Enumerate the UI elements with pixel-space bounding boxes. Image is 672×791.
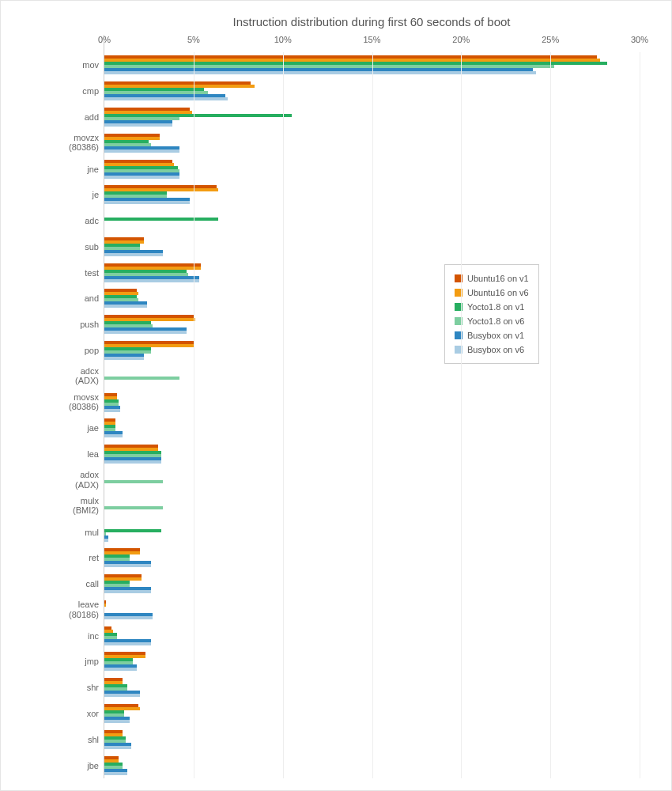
y-tick-label: mul [85,527,99,537]
legend-item: Ubuntu16 on v1 [455,271,529,286]
y-tick-label: movzx(80386) [69,133,99,153]
x-tick-label: 30% [631,35,648,44]
bar [104,616,153,619]
y-tick-label: push [80,320,99,330]
bar [104,746,131,749]
legend-item: Ubuntu16 on v6 [455,286,529,300]
y-tick-label: mov [82,60,99,70]
bar [104,331,187,334]
bar [104,720,130,723]
y-tick-label: shr [87,683,99,693]
y-tick-label: adc [85,216,99,226]
y-tick-label: pop [85,346,99,356]
y-tick-label: ret [89,553,99,563]
bar [104,460,161,464]
y-tick-label: adox(ADX) [75,470,99,490]
legend-item: Yocto1.8 on v1 [455,300,529,314]
legend-item: Busybox on v1 [455,328,529,343]
legend-label: Yocto1.8 on v1 [467,302,524,312]
bar [104,305,147,308]
bar [104,123,172,127]
x-tick-label: 10% [274,35,292,44]
gridline [372,52,373,778]
bar [104,71,536,74]
y-tick-label: lea [87,449,99,460]
y-tick-label: jmp [85,657,99,667]
y-tick-label: test [85,267,99,278]
x-tick-label: 25% [542,35,559,44]
bars-area: 0%5%10%15%20%25%30% Ubuntu16 on v1Ubuntu… [104,35,640,778]
y-tick-label: inc [88,630,99,641]
legend: Ubuntu16 on v1Ubuntu16 on v6Yocto1.8 on … [444,264,539,364]
legend-label: Ubuntu16 on v6 [467,288,529,297]
y-tick-label: xor [87,709,99,719]
x-tick-label: 0% [98,35,111,44]
y-tick-label: jne [87,164,99,174]
y-tick-label: add [85,112,99,123]
gridline [640,52,640,778]
bar [104,506,163,509]
bar [104,176,179,179]
plot-area: movcmpaddmovzx(80386)jnejeadcsubtestandp… [32,35,640,778]
bar [104,409,120,412]
bar [104,694,140,697]
bar [104,604,106,607]
bar [104,253,163,256]
legend-label: Ubuntu16 on v1 [467,274,529,283]
legend-item: Yocto1.8 on v6 [455,314,529,328]
bar [104,149,179,153]
legend-label: Busybox on v1 [467,331,524,340]
bar [104,590,151,593]
bar [104,668,137,671]
bar [104,357,144,360]
x-tick-label: 20% [452,35,470,44]
gridline [550,52,551,778]
x-tick-label: 5% [187,35,200,44]
chart-container: Instruction distribution during first 60… [0,0,672,791]
chart-title: Instruction distribution during first 60… [32,15,640,28]
y-tick-label: mulx(BMI2) [73,496,99,516]
legend-label: Yocto1.8 on v6 [467,316,524,326]
y-tick-label: shl [88,734,99,744]
y-tick-label: jbe [87,760,99,770]
gridline [283,52,284,778]
bar [104,480,163,483]
bar [104,772,127,775]
legend-item: Busybox on v6 [455,343,529,357]
y-tick-label: call [85,579,99,589]
bar [104,642,151,645]
bar [104,377,179,380]
y-tick-label: movsx(80386) [69,392,99,412]
y-tick-label: and [85,293,99,304]
x-tick-label: 15% [363,35,380,44]
gridline [461,52,462,778]
y-tick-label: adcx(ADX) [75,366,99,386]
bar [104,539,108,542]
bar [104,564,151,567]
y-axis-labels: movcmpaddmovzx(80386)jnejeadcsubtestandp… [32,35,104,778]
bar [104,434,123,437]
gridline [194,52,194,778]
legend-label: Busybox on v6 [467,345,524,354]
bar [104,97,228,100]
y-tick-label: je [92,190,99,200]
bar [104,201,190,204]
bar [104,279,199,282]
x-axis: 0%5%10%15%20%25%30% [104,35,640,52]
y-tick-label: leave(80186) [69,600,99,619]
y-tick-label: jae [87,423,99,433]
bar [104,218,218,221]
bar [104,529,161,532]
y-tick-label: cmp [82,86,99,97]
y-tick-label: sub [85,242,99,252]
